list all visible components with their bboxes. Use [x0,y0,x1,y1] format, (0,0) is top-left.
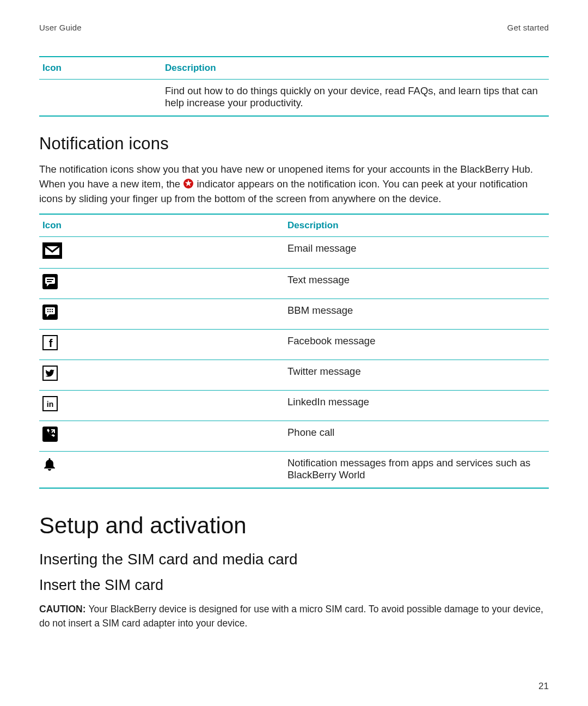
icon-cell [39,452,284,489]
caution-paragraph: CAUTION: Your BlackBerry device is desig… [39,602,549,630]
svg-rect-26 [42,427,58,442]
table-row: Twitter message [39,360,549,391]
setup-heading: Setup and activation [39,513,549,539]
table-row: Find out how to do things quickly on you… [39,80,549,117]
table1-desc-cell: Find out how to do things quickly on you… [162,80,549,117]
linkedin-icon: in [42,396,58,411]
table-row: in LinkedIn message [39,391,549,421]
facebook-icon: f [42,335,58,350]
table-row: Text message [39,269,549,299]
svg-point-12 [47,309,48,310]
svg-text:f: f [49,337,53,349]
table2-header-description: Description [284,214,549,237]
svg-point-17 [52,311,53,312]
notification-icons-table: Icon Description Email message Text mess… [39,214,549,489]
svg-text:in: in [47,400,53,409]
intro-icon-table: Icon Description Find out how to do thin… [39,56,549,117]
icon-cell [39,360,284,391]
desc-cell: LinkedIn message [284,391,549,421]
table1-header-description: Description [162,57,549,80]
table-row: Phone call [39,421,549,452]
phone-call-icon [42,427,58,442]
svg-rect-10 [45,307,55,314]
desc-cell: Text message [284,269,549,299]
notification-paragraph: The notification icons show you that you… [39,162,549,206]
svg-rect-5 [45,277,55,284]
table-row: f Facebook message [39,330,549,360]
table2-header-icon: Icon [39,214,284,237]
table1-icon-cell [39,80,162,117]
icon-cell [39,421,284,452]
desc-cell: Phone call [284,421,549,452]
desc-cell: Email message [284,237,549,269]
icon-cell: f [39,330,284,360]
running-header: User Guide Get started [39,23,549,32]
desc-cell: Twitter message [284,360,549,391]
email-icon [42,242,62,259]
svg-point-16 [50,311,51,312]
table-row: BBM message [39,299,549,330]
bbm-icon [42,305,58,320]
header-right: Get started [507,23,549,32]
new-item-indicator-icon [183,178,194,189]
notification-heading: Notification icons [39,134,549,154]
desc-cell: Notification messages from apps and serv… [284,452,549,489]
table-row: Notification messages from apps and serv… [39,452,549,489]
caution-text: Your BlackBerry device is designed for u… [39,604,543,628]
svg-point-15 [47,311,48,312]
desc-cell: BBM message [284,299,549,330]
desc-cell: Facebook message [284,330,549,360]
table-row: Email message [39,237,549,269]
icon-cell [39,237,284,269]
twitter-icon [42,366,58,381]
insert-sim-heading: Insert the SIM card [39,577,549,594]
table1-header-icon: Icon [39,57,162,80]
icon-cell [39,299,284,330]
header-left: User Guide [39,23,82,32]
bell-icon [42,457,57,472]
svg-point-14 [52,309,53,310]
inserting-heading: Inserting the SIM card and media card [39,551,549,568]
page-number: 21 [538,681,549,692]
svg-point-13 [50,309,51,310]
caution-label: CAUTION: [39,604,88,614]
icon-cell [39,269,284,299]
text-message-icon [42,274,58,289]
icon-cell: in [39,391,284,421]
